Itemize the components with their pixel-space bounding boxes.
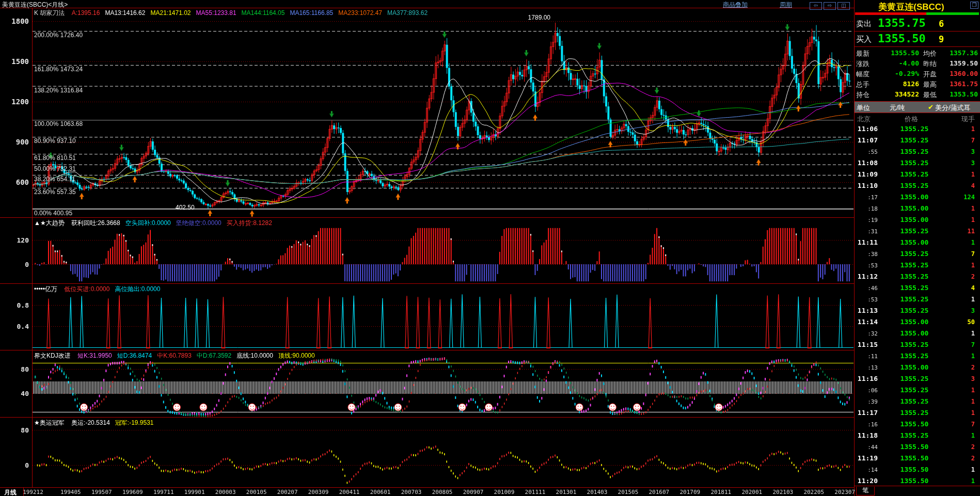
trade-qty: 11	[940, 228, 975, 235]
panel-axis-label: 80	[0, 426, 29, 434]
trade-qty: 1	[940, 171, 975, 178]
trade-price: 1355.25	[896, 148, 932, 155]
trade-price: 1355.00	[896, 329, 932, 337]
trade-qty: 2	[940, 455, 975, 462]
time-axis-label: 199901	[182, 489, 207, 495]
trade-time: :14	[855, 467, 878, 473]
trade-qty: 1	[940, 262, 975, 269]
indicator-name: K 胡家刀法	[34, 9, 65, 17]
price-axis-label: 1800	[0, 17, 29, 25]
trade-price: 1355.25	[896, 307, 932, 314]
trade-qty: 1	[940, 387, 975, 394]
time-axis-label: 199507	[89, 489, 114, 495]
indicator-field: 高位抛出:0.0000	[115, 285, 160, 293]
stat-value: 1361.75	[936, 80, 978, 88]
trade-qty: 1	[940, 398, 975, 405]
trade-time: 11:07	[855, 136, 878, 144]
trade-time: 11:20	[855, 477, 878, 485]
time-axis-label: 200207	[275, 489, 300, 495]
trade-price: 1355.25	[896, 261, 932, 269]
panel-axis-label: 0	[0, 261, 29, 268]
back-arrow-icon[interactable]: ⇦	[810, 2, 822, 10]
trade-time: 11:11	[855, 238, 878, 246]
indicator-field: MA13:1416.62	[105, 9, 145, 17]
trade-time: 11:15	[855, 341, 878, 348]
trade-qty: 124	[940, 194, 975, 201]
stat-value: 1357.36	[936, 49, 978, 57]
trade-time: :39	[855, 398, 878, 405]
trade-time: 11:09	[855, 170, 878, 178]
high-price-label: 1789.00	[516, 14, 550, 21]
trade-time: :13	[855, 364, 878, 371]
stat-label: 最低	[923, 90, 937, 100]
trade-qty: 3	[940, 159, 975, 167]
trade-price: 1355.00	[896, 318, 932, 326]
sell-pressure-bar	[926, 12, 979, 15]
price-axis-label: 900	[0, 138, 29, 146]
indicator-field: 短K:31.9950	[77, 352, 112, 359]
main-indicator-header: K 胡家刀法 A:1395.16MA13:1416.62MA21:1471.02…	[34, 9, 438, 18]
trade-time: :16	[855, 421, 878, 428]
stat-value: 1355.50	[875, 49, 919, 57]
unit-cny[interactable]: 元/吨	[890, 103, 905, 113]
trade-time: 11:17	[855, 409, 878, 417]
trade-qty: 1	[940, 296, 975, 303]
time-axis-label: 200907	[461, 489, 486, 495]
trade-qty: 1	[940, 353, 975, 360]
trade-price: 1355.25	[896, 375, 932, 382]
trade-qty: 2	[940, 443, 975, 451]
panel-axis-label: 0.4	[0, 323, 29, 330]
trade-time: 11:10	[855, 182, 878, 189]
trade-time: 11:13	[855, 307, 878, 314]
trade-qty: 3	[940, 148, 975, 155]
trade-time: 11:14	[855, 318, 878, 326]
trade-price: 1355.25	[896, 341, 932, 348]
price-axis-label: 1200	[0, 98, 29, 106]
trade-time: :38	[855, 251, 878, 258]
period-label[interactable]: 月线	[4, 488, 17, 496]
split-window-icon[interactable]: ◫	[837, 2, 850, 10]
indicator-field: 空头回补:0.0000	[125, 219, 171, 227]
indicator-field: 奥运:-20.5314	[71, 419, 110, 426]
trade-price: 1355.50	[896, 443, 932, 451]
trade-qty: 1	[940, 239, 975, 246]
trade-price: 1355.25	[896, 409, 932, 417]
trade-qty: 1	[940, 125, 975, 133]
panel-yw-title: •••••亿万	[34, 285, 57, 293]
trade-time: :53	[855, 296, 878, 303]
tab-ticks-label: 笔	[862, 487, 868, 494]
indicator-field: MA165:1166.85	[290, 9, 333, 17]
indicator-field: 底线:10.0000	[236, 352, 273, 359]
bid-price: 1355.50	[878, 32, 926, 45]
stat-label: 最新	[856, 49, 870, 58]
menu-period-link[interactable]: 周期	[780, 1, 792, 9]
trade-qty: 1	[940, 205, 975, 212]
trade-price: 1355.00	[896, 363, 932, 371]
ma-values: A:1395.16MA13:1416.62MA21:1471.02MA55:12…	[72, 9, 433, 17]
indicator-field: 低位买进:0.0000	[64, 285, 109, 293]
restore-window-icon[interactable]: ❐	[970, 2, 978, 9]
indicator-field: MA144:1164.05	[242, 9, 285, 17]
panel-oy-title: ★奥运冠军	[34, 419, 65, 426]
indicator-field: 中D:67.3592	[197, 352, 231, 359]
trade-time: 11:18	[855, 431, 878, 439]
col-qty: 现手	[945, 115, 975, 124]
time-axis-label: 199212	[21, 489, 45, 495]
trade-qty: 7	[940, 341, 975, 348]
time-axis-label: 200601	[368, 489, 393, 495]
indicator-field: 买入持货:8.1282	[227, 219, 272, 227]
check-icon: ✔	[928, 103, 934, 111]
indicator-field: MA55:1233.81	[196, 9, 236, 17]
time-axis-label: 202001	[739, 489, 764, 495]
trade-qty: 3	[940, 307, 975, 314]
trade-time: :46	[855, 285, 878, 292]
forward-arrow-icon[interactable]: ⇨	[824, 2, 836, 10]
tab-ticks[interactable]: 笔	[856, 487, 875, 495]
unit-uscent[interactable]: 美分/蒲式耳	[935, 103, 971, 113]
trade-price: 1355.25	[896, 250, 932, 258]
trade-price: 1355.25	[896, 386, 932, 394]
trade-time: :19	[855, 217, 878, 223]
trade-time: :44	[855, 444, 878, 451]
trade-price: 1355.00	[896, 216, 932, 223]
menu-overlay-link[interactable]: 商品叠加	[723, 1, 748, 9]
